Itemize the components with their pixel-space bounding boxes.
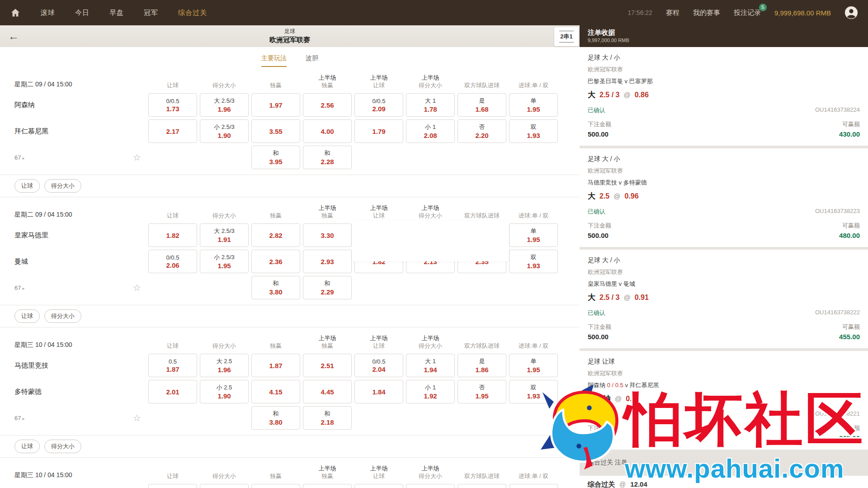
odds-line-label: 大 1 <box>425 357 436 365</box>
odds-cell[interactable]: 2.61 <box>303 484 352 488</box>
odds-cell[interactable]: 是1.68 <box>458 93 506 117</box>
bet-type-chip[interactable]: 得分大小 <box>44 179 81 193</box>
odds-cell[interactable]: 2.01 <box>148 380 197 403</box>
odds-cell[interactable]: 是1.50 <box>458 484 506 488</box>
odds-value: 1.87 <box>269 362 282 370</box>
odds-cell[interactable]: 大 2.51.96 <box>200 354 249 377</box>
column-header: 上半场让球 <box>354 465 403 480</box>
odds-cell[interactable]: 单1.95 <box>509 484 558 488</box>
bet-type-chip[interactable]: 让球 <box>14 309 40 323</box>
odds-cell[interactable]: 0.51.87 <box>148 354 197 377</box>
odds-cell[interactable]: 小 2.5/31.95 <box>200 250 249 273</box>
odds-cell[interactable]: 和2.29 <box>303 276 352 299</box>
tab-main-plays[interactable]: 主要玩法 <box>261 54 287 67</box>
column-header: 让球 <box>148 82 197 90</box>
odds-cell[interactable]: 4.15 <box>251 380 300 403</box>
nav-link-my-events[interactable]: 我的赛事 <box>693 9 720 17</box>
bet-type-chip[interactable]: 让球 <box>14 179 40 193</box>
odds-cell[interactable]: 大 11.78 <box>406 93 455 117</box>
odds-cell[interactable]: 4.00 <box>303 119 352 143</box>
odds-cell[interactable]: 单1.95 <box>509 223 558 247</box>
nav-item[interactable]: 今日 <box>75 9 90 17</box>
odds-cell[interactable]: 大 2.5/31.86 <box>200 484 249 488</box>
nav-item[interactable]: 综合过关 <box>178 9 207 17</box>
odds-cell[interactable]: 双1.93 <box>509 250 558 273</box>
odds-value: 2.01 <box>166 388 179 396</box>
odds-cell[interactable]: 单1.95 <box>509 93 558 117</box>
odds-cell[interactable]: 1.79 <box>354 119 403 143</box>
odds-cell[interactable]: 否2.20 <box>458 119 506 143</box>
nav-item[interactable]: 滚球 <box>41 9 55 17</box>
odds-cell[interactable]: 1.87 <box>251 354 300 377</box>
odds-line-label: 单 <box>531 357 537 365</box>
nav-item[interactable]: 早盘 <box>109 9 124 17</box>
odds-cell[interactable]: 和3.95 <box>251 146 300 169</box>
odds-cell[interactable]: 和3.80 <box>251 406 300 430</box>
odds-cell[interactable]: 3.30 <box>303 223 352 247</box>
parlay-odds: 12.04 <box>630 480 647 488</box>
win-value: 455.00 <box>839 333 860 341</box>
odds-cell[interactable]: 大 1/1.52.11 <box>406 484 455 488</box>
odds-cell[interactable]: 0/0.52.06 <box>148 250 197 273</box>
odds-cell[interactable]: 小 2.51.90 <box>200 380 249 403</box>
odds-cell[interactable]: 2.36 <box>251 250 300 273</box>
home-icon[interactable] <box>10 7 21 18</box>
odds-cell[interactable]: 0/0.52.09 <box>354 93 403 117</box>
odds-cell[interactable]: 和2.28 <box>303 146 352 169</box>
odds-cell[interactable]: 双1.93 <box>509 380 558 403</box>
odds-cell[interactable]: 0/0.52.04 <box>354 354 403 377</box>
odds-cell[interactable]: 2.51 <box>303 354 352 377</box>
favorite-star-icon[interactable]: ☆ <box>133 413 141 422</box>
more-markets-button[interactable]: 67▸ <box>14 284 25 291</box>
odds-cell[interactable]: 2.93 <box>303 250 352 273</box>
odds-cell[interactable]: 否1.95 <box>458 380 506 403</box>
more-markets-button[interactable]: 67▸ <box>14 154 25 161</box>
parlay-2in1-button[interactable]: 2串1 <box>554 27 579 46</box>
odds-cell[interactable]: 双1.93 <box>509 119 558 143</box>
bet-type-chip[interactable]: 得分大小 <box>44 309 81 323</box>
odds-line-label: 和 <box>325 410 330 418</box>
odds-cell[interactable]: 小 11.92 <box>406 380 455 403</box>
parlay-selection: 综合过关@12.04 <box>580 476 868 488</box>
bet-pick: 阿森纳 <box>588 393 611 404</box>
odds-cell[interactable]: 单1.95 <box>509 354 558 377</box>
bet-status-row: 已确认OU14163738224 <box>588 106 860 114</box>
odds-cell[interactable]: 小 12.08 <box>406 119 455 143</box>
odds-cell[interactable]: 4.45 <box>303 380 352 403</box>
odds-cell[interactable]: 2.02 <box>251 484 300 488</box>
nav-link-schedule[interactable]: 赛程 <box>666 9 679 17</box>
favorite-star-icon[interactable]: ☆ <box>133 283 141 292</box>
more-markets-button[interactable]: 67▸ <box>14 415 25 422</box>
odds-cell[interactable]: 大 2.5/31.96 <box>200 93 249 117</box>
win-value: 365.00 <box>839 434 860 442</box>
team-row: 巴黎圣日耳曼0/0.51.77大 2.5/31.862.022.610/0.52… <box>14 484 580 488</box>
odds-cell[interactable]: 1.97 <box>251 93 300 117</box>
odds-cell[interactable]: 2.17 <box>148 119 197 143</box>
nav-link-bet-records[interactable]: 投注记录 5 <box>734 9 761 17</box>
odds-cell[interactable]: 0/0.51.73 <box>148 93 197 117</box>
user-avatar-icon[interactable] <box>844 6 858 19</box>
bet-type-chip[interactable]: 得分大小 <box>44 440 81 453</box>
odds-cell[interactable]: 3.55 <box>251 119 300 143</box>
bet-type-chip[interactable]: 让球 <box>14 440 40 453</box>
back-arrow-icon[interactable]: ← <box>8 30 19 43</box>
odds-cell[interactable]: 大 11.94 <box>406 354 455 377</box>
odds-cell[interactable]: 0/0.52.13 <box>354 484 403 488</box>
odds-cell[interactable]: 2.82 <box>251 223 300 247</box>
odds-cell[interactable]: 0/0.51.77 <box>148 484 197 488</box>
parlay-name: 综合过关 <box>588 480 615 488</box>
odds-cell[interactable]: 和2.18 <box>303 406 352 430</box>
odds-cell[interactable]: 和3.80 <box>251 276 300 299</box>
odds-cell[interactable]: 1.82 <box>148 223 197 247</box>
nav-item[interactable]: 冠军 <box>144 9 158 17</box>
odds-cell[interactable]: 是1.86 <box>458 354 506 377</box>
odds-cell[interactable]: 1.84 <box>354 380 403 403</box>
stake-block: 下注金额500.00 <box>588 323 611 341</box>
odds-cell[interactable]: 2.56 <box>303 93 352 117</box>
odds-line-label: 小 2.5/3 <box>214 253 235 261</box>
odds-value: 1.97 <box>269 101 282 109</box>
tab-correct-score[interactable]: 波胆 <box>306 54 318 67</box>
odds-cell[interactable]: 大 2.5/31.91 <box>200 223 249 247</box>
odds-cell[interactable]: 小 2.5/31.90 <box>200 119 249 143</box>
favorite-star-icon[interactable]: ☆ <box>133 153 141 162</box>
